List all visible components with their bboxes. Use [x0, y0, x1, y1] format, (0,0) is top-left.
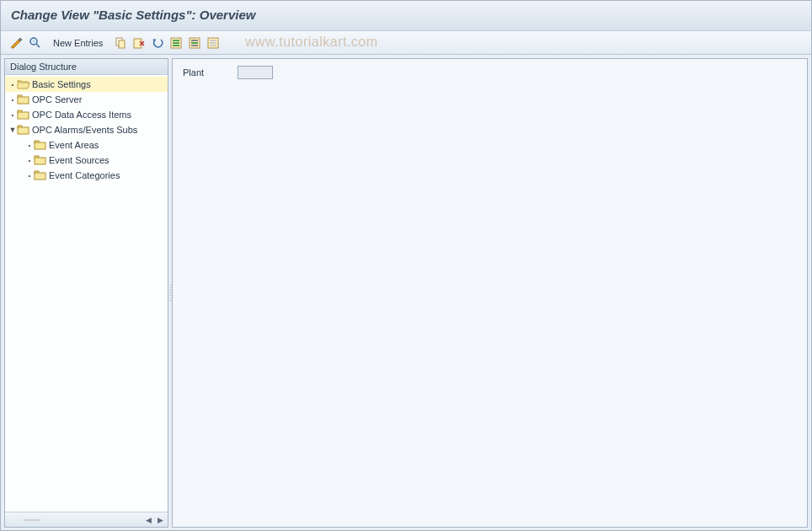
copy-as-icon[interactable]: [113, 35, 128, 51]
svg-rect-4: [119, 40, 125, 48]
svg-rect-5: [134, 39, 142, 48]
tree-node-label: Event Sources: [49, 155, 110, 165]
svg-rect-11: [173, 45, 179, 46]
svg-rect-14: [191, 42, 198, 44]
find-icon[interactable]: [28, 35, 43, 51]
svg-rect-10: [173, 42, 179, 44]
folder-closed-icon: [34, 139, 47, 151]
tree-node-event-categories[interactable]: • Event Categories: [5, 168, 168, 183]
delete-icon[interactable]: [131, 35, 147, 51]
tree-node-opc-alarms[interactable]: ▼ OPC Alarms/Events Subs: [5, 122, 168, 137]
svg-point-2: [32, 40, 35, 43]
bullet-icon: •: [8, 81, 17, 88]
bullet-icon: •: [25, 157, 34, 164]
folder-closed-icon: [34, 154, 47, 166]
svg-rect-17: [210, 40, 216, 41]
svg-rect-19: [210, 45, 216, 46]
splitter-grip-icon: [169, 285, 172, 302]
svg-rect-13: [191, 40, 198, 41]
svg-rect-18: [210, 42, 216, 44]
deselect-all-icon[interactable]: [206, 35, 221, 51]
tree-node-event-sources[interactable]: • Event Sources: [5, 153, 168, 168]
svg-rect-29: [35, 158, 45, 164]
bullet-icon: •: [25, 142, 34, 149]
svg-rect-15: [191, 45, 198, 46]
main-panel: Plant: [172, 58, 808, 528]
scroll-right-icon[interactable]: ▶: [154, 514, 166, 526]
watermark-text: www.tutorialkart.com: [245, 35, 378, 50]
collapse-icon[interactable]: ▼: [8, 126, 17, 134]
svg-rect-9: [173, 40, 179, 41]
svg-rect-23: [18, 112, 29, 119]
bullet-icon: •: [8, 111, 17, 119]
select-all-icon[interactable]: [168, 35, 184, 51]
content-area: Dialog Structure • Basic Settings • OPC …: [1, 55, 811, 531]
tree-node-event-areas[interactable]: • Event Areas: [5, 137, 168, 153]
sidebar-header: Dialog Structure: [5, 59, 168, 75]
plant-row: Plant: [183, 66, 797, 79]
title-bar: Change View "Basic Settings": Overview: [1, 1, 811, 31]
toggle-display-change-icon[interactable]: [9, 35, 24, 51]
scroll-left-icon[interactable]: ◀: [142, 514, 154, 526]
tree-node-label: OPC Alarms/Events Subs: [32, 125, 137, 135]
svg-rect-31: [35, 173, 45, 180]
drag-handle-icon[interactable]: [24, 517, 57, 523]
new-entries-button[interactable]: New Entries: [48, 36, 108, 50]
page-title: Change View "Basic Settings": Overview: [11, 8, 255, 22]
plant-label: Plant: [183, 67, 204, 78]
tree-node-opc-server[interactable]: • OPC Server: [5, 92, 168, 107]
svg-rect-21: [18, 97, 29, 104]
svg-rect-27: [35, 142, 45, 149]
tree-node-basic-settings[interactable]: • Basic Settings: [5, 77, 168, 92]
tree: • Basic Settings • OPC Server • OPC Data…: [5, 75, 168, 512]
plant-input[interactable]: [238, 66, 273, 79]
sidebar-footer: ◀ ▶: [5, 512, 168, 527]
undo-change-icon[interactable]: [150, 35, 165, 51]
tree-node-label: Basic Settings: [32, 79, 91, 89]
bullet-icon: •: [8, 96, 17, 104]
svg-line-1: [36, 44, 40, 47]
tree-node-label: Event Areas: [49, 140, 99, 150]
tree-node-label: OPC Server: [32, 94, 82, 105]
select-block-icon[interactable]: [187, 35, 202, 51]
tree-node-opc-data-access[interactable]: • OPC Data Access Items: [5, 107, 168, 122]
bullet-icon: •: [25, 172, 34, 180]
folder-closed-icon: [17, 124, 30, 136]
folder-closed-icon: [34, 169, 47, 181]
tree-node-label: OPC Data Access Items: [32, 110, 131, 120]
dialog-structure-sidebar: Dialog Structure • Basic Settings • OPC …: [4, 58, 168, 528]
toolbar: New Entries www.tutorialkart.com: [1, 31, 811, 55]
folder-open-icon: [17, 78, 30, 90]
tree-node-label: Event Categories: [49, 170, 120, 180]
svg-rect-25: [18, 127, 29, 134]
folder-closed-icon: [17, 94, 30, 105]
folder-closed-icon: [17, 109, 30, 121]
